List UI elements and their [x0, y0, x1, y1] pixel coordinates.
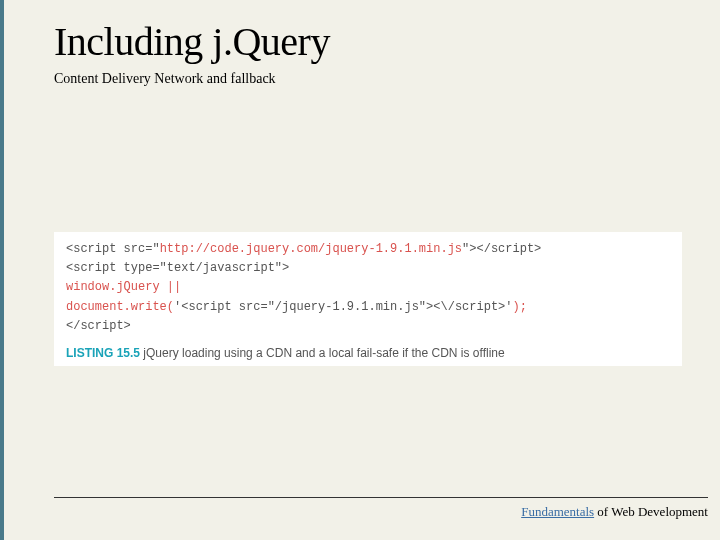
listing-label: LISTING 15.5 — [66, 346, 140, 360]
code-line-3: window.jQuery || — [66, 278, 670, 297]
slide-subtitle: Content Delivery Network and fallback — [54, 71, 720, 87]
footer-rest: of Web Development — [594, 504, 708, 519]
footer-brand: Fundamentals — [521, 504, 594, 519]
slide-header: Including j.Query Content Delivery Netwo… — [4, 0, 720, 87]
code-line-1: <script src="http://code.jquery.com/jque… — [66, 240, 670, 259]
slide: Including j.Query Content Delivery Netwo… — [0, 0, 720, 540]
code-line-5: </script> — [66, 317, 670, 336]
code-line-4: document.write('<script src="/jquery-1.9… — [66, 298, 670, 317]
code-line-2: <script type="text/javascript"> — [66, 259, 670, 278]
listing-caption-text: jQuery loading using a CDN and a local f… — [140, 346, 505, 360]
slide-footer: Fundamentals of Web Development — [54, 497, 708, 520]
code-listing: <script src="http://code.jquery.com/jque… — [54, 232, 682, 342]
slide-title: Including j.Query — [54, 18, 720, 65]
listing-caption: LISTING 15.5 jQuery loading using a CDN … — [54, 340, 682, 366]
